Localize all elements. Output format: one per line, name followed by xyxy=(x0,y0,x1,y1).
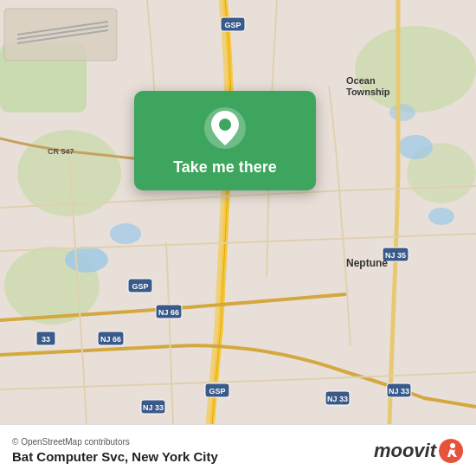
svg-text:Township: Township xyxy=(346,87,390,97)
svg-point-10 xyxy=(389,104,415,121)
svg-text:33: 33 xyxy=(42,335,50,344)
svg-point-8 xyxy=(398,135,433,159)
svg-point-9 xyxy=(428,208,454,225)
svg-point-3 xyxy=(355,26,476,113)
take-me-there-button[interactable]: Take me there xyxy=(173,158,277,177)
place-name-text: Bat Computer Svc, New York City xyxy=(12,449,218,464)
moovit-text: moovit xyxy=(374,440,436,462)
svg-text:NJ 66: NJ 66 xyxy=(100,335,121,344)
svg-text:Neptune: Neptune xyxy=(346,257,388,269)
svg-text:NJ 33: NJ 33 xyxy=(389,387,409,396)
svg-text:GSP: GSP xyxy=(224,21,241,29)
svg-text:NJ 33: NJ 33 xyxy=(143,403,164,412)
moovit-logo: moovit xyxy=(374,438,464,464)
svg-text:NJ 33: NJ 33 xyxy=(327,395,348,403)
svg-text:Ocean: Ocean xyxy=(346,75,376,86)
svg-text:GSP: GSP xyxy=(209,387,225,396)
attribution-text: © OpenStreetMap contributors xyxy=(12,437,218,447)
location-pin-icon xyxy=(203,106,247,150)
svg-text:NJ 66: NJ 66 xyxy=(158,308,179,317)
svg-text:NJ 35: NJ 35 xyxy=(385,251,406,260)
bottom-bar: © OpenStreetMap contributors Bat Compute… xyxy=(0,424,476,476)
moovit-icon xyxy=(438,438,464,464)
svg-point-7 xyxy=(110,223,141,244)
map-svg: GSP GSP GSP GSP NJ 35 NJ 66 NJ 66 NJ 33 … xyxy=(0,0,476,424)
svg-point-44 xyxy=(450,443,455,448)
svg-point-42 xyxy=(219,119,231,131)
map-container: GSP GSP GSP GSP NJ 35 NJ 66 NJ 66 NJ 33 … xyxy=(0,0,476,424)
location-card[interactable]: Take me there xyxy=(134,91,316,190)
place-info: © OpenStreetMap contributors Bat Compute… xyxy=(12,437,218,464)
svg-text:CR 547: CR 547 xyxy=(48,147,74,156)
svg-point-6 xyxy=(65,247,108,273)
svg-text:GSP: GSP xyxy=(132,282,148,291)
